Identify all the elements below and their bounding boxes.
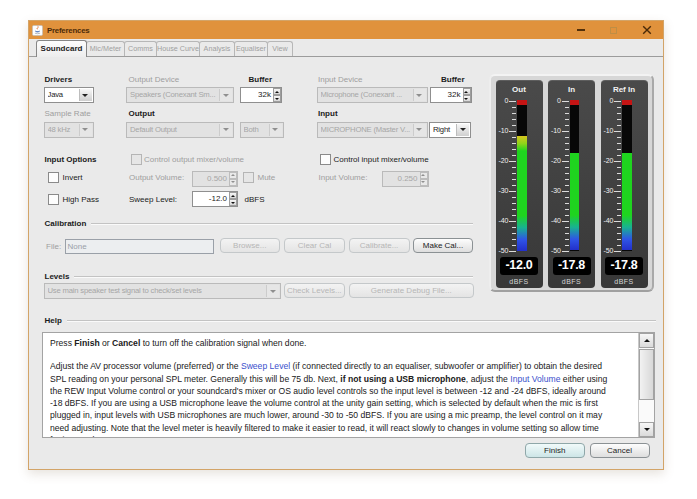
meter-label: Out: [496, 85, 543, 94]
cal-file-label: File:: [46, 242, 61, 252]
meter-tick: [512, 245, 516, 246]
meter-unit: dBFS: [496, 278, 543, 285]
meter-tick: [565, 239, 569, 240]
meter-out: Out0-10-20-30-40-50-12.0dBFS: [496, 80, 543, 289]
sweep-level-spinner[interactable]: -12.0: [192, 191, 238, 207]
meter-tick-label: 0: [547, 97, 561, 104]
section-rule: [91, 223, 473, 225]
chevron-down-icon: [79, 89, 92, 101]
mute-checkbox: [243, 172, 254, 183]
drivers-combo[interactable]: Java: [44, 87, 94, 103]
high-pass-checkbox[interactable]: [48, 194, 59, 205]
meter-tick-label: 0: [600, 97, 614, 104]
tab-soundcard[interactable]: Soundcard: [36, 40, 87, 57]
output-mode-combo: Both: [240, 122, 284, 138]
spinner-down-icon: [229, 199, 237, 206]
meter-tick: [617, 209, 621, 210]
control-output-label: Control output mixer/volume: [144, 155, 244, 165]
meter-tick: [512, 179, 516, 180]
meter-tick: [509, 161, 516, 162]
meter-tick-label: -10: [495, 127, 509, 134]
tab-view[interactable]: View: [267, 41, 293, 56]
help-text-segment: the REW Input Volume control or your sou…: [50, 386, 606, 396]
input-device-combo-value: Microphone (Conexant ...: [321, 88, 413, 102]
meter-tick: [617, 179, 621, 180]
help-scrollbar[interactable]: [638, 333, 654, 437]
tab-equaliser[interactable]: Equaliser: [234, 41, 268, 56]
help-text-bold: Cancel: [112, 338, 140, 348]
invert-checkbox[interactable]: [48, 172, 59, 183]
maximize-button[interactable]: [597, 21, 630, 39]
output-device-combo-value: Speakers (Conexant Sm...: [130, 88, 219, 102]
meter-tick-label: -40: [547, 217, 561, 224]
meter-tick: [565, 209, 569, 210]
maximize-icon: [610, 27, 617, 34]
tab-strip: SoundcardMic/MeterCommsHouse CurveAnalys…: [29, 41, 663, 57]
meter-tick-label: -20: [495, 157, 509, 164]
input-channel-combo[interactable]: Right: [429, 122, 471, 138]
help-section-header: Help: [45, 316, 656, 325]
close-button[interactable]: [630, 21, 663, 39]
meter-tick: [512, 209, 516, 210]
help-section-header-title: Help: [45, 316, 62, 325]
minimize-button[interactable]: [564, 21, 597, 39]
tab-analysis[interactable]: Analysis: [199, 41, 235, 56]
meter-tick: [562, 131, 569, 132]
cancel-button[interactable]: Cancel: [590, 443, 650, 458]
help-text-segment: Adjust the AV processor volume (preferre…: [50, 361, 241, 371]
meter-tick: [565, 149, 569, 150]
tab-comms[interactable]: Comms: [124, 41, 157, 56]
close-icon: [642, 25, 652, 35]
cal-file-field: None: [65, 239, 215, 254]
levels-signal-combo-value: Use main speaker test signal to check/se…: [48, 284, 267, 298]
title-bar: Preferences: [29, 21, 663, 39]
meter-tick: [512, 215, 516, 216]
meter-tick-label: -20: [600, 157, 614, 164]
buffer-out-spinner[interactable]: 32k: [240, 87, 282, 103]
tab-mic-meter[interactable]: Mic/Meter: [86, 41, 125, 56]
buffer-out-label: Buffer: [249, 75, 273, 85]
meter-readout: -12.0: [500, 257, 538, 275]
spinner-buttons[interactable]: [229, 172, 237, 186]
high-pass-label: High Pass: [63, 195, 99, 205]
meter-tick: [562, 101, 569, 102]
buffer-in-spinner[interactable]: 32k: [430, 87, 472, 103]
help-line-7: for it to settle.: [50, 434, 636, 437]
spinner-buttons[interactable]: [229, 192, 237, 206]
meter-tick: [614, 161, 621, 162]
spinner-buttons[interactable]: [420, 172, 428, 186]
meter-clip-indicator: [570, 100, 580, 105]
sample-rate-combo-value: 48 kHz: [48, 123, 79, 137]
spinner-buttons[interactable]: [273, 88, 281, 102]
input-volume-label: Input Volume:: [319, 173, 368, 183]
scroll-down-button[interactable]: [639, 422, 654, 437]
meter-tick: [617, 215, 621, 216]
spinner-buttons[interactable]: [463, 88, 471, 102]
window-controls: [564, 21, 663, 39]
finish-button[interactable]: Finish: [525, 443, 586, 458]
input-device-label: Input Device: [318, 75, 362, 85]
meter-tick: [565, 245, 569, 246]
meter-tick: [512, 119, 516, 120]
make-cal-button[interactable]: Make Cal...: [413, 238, 473, 253]
scroll-thumb[interactable]: [639, 349, 654, 400]
control-input-checkbox[interactable]: [320, 154, 331, 165]
help-text-segment: either using: [560, 374, 607, 384]
output-combo: Default Output: [126, 122, 234, 138]
section-rule: [74, 276, 473, 278]
help-link[interactable]: Sweep Level: [241, 361, 290, 371]
chevron-down-icon: [219, 124, 232, 136]
meter-tick: [565, 143, 569, 144]
meter-tick-label: -40: [495, 217, 509, 224]
help-link[interactable]: Input Volume: [510, 374, 560, 384]
help-text-bold: Finish: [74, 338, 99, 348]
scroll-up-button[interactable]: [639, 333, 654, 348]
check-levels-button: Check Levels...: [284, 283, 345, 298]
mute-label: Mute: [258, 173, 276, 183]
meter-tick: [562, 251, 569, 252]
meter-tick: [512, 107, 516, 108]
tab-house-curve[interactable]: House Curve: [156, 41, 200, 56]
meter-tick: [565, 203, 569, 204]
meter-tick: [562, 221, 569, 222]
meter-tick: [617, 143, 621, 144]
